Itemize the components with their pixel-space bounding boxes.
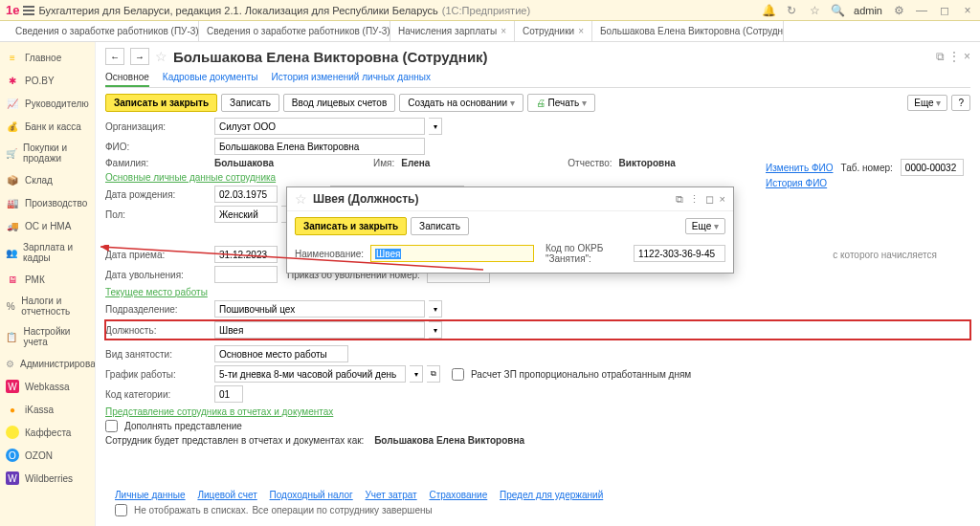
tab-close-icon[interactable]: × — [501, 26, 506, 36]
page-close-icon[interactable]: × — [964, 50, 970, 63]
sidebar-item[interactable]: 📈Руководителю — [0, 92, 95, 115]
open-window-icon[interactable]: ⧉ — [936, 50, 945, 63]
sidebar-item[interactable]: ≡Главное — [0, 46, 95, 69]
sidebar-item[interactable]: ⚙Администрирование — [0, 352, 95, 375]
popup-save-button[interactable]: Записать — [411, 217, 469, 235]
popup-close-icon[interactable]: × — [720, 193, 725, 206]
bell-icon[interactable]: 🔔 — [762, 4, 775, 17]
app-title: Бухгалтерия для Беларуси, редакция 2.1. … — [38, 5, 437, 16]
category-input[interactable] — [214, 385, 243, 403]
supplement-checkbox[interactable] — [105, 420, 118, 432]
position-input[interactable] — [214, 321, 425, 339]
tab[interactable]: Сведения о заработке работников (ПУ-3) (… — [199, 21, 390, 41]
bottom-link[interactable]: Лицевой счет — [197, 490, 256, 500]
search-icon[interactable]: 🔍 — [831, 4, 844, 17]
position-select-icon[interactable]: ▾ — [429, 321, 442, 339]
save-button[interactable]: Записать — [221, 94, 279, 112]
bottom-link[interactable]: Подоходный налог — [270, 490, 353, 500]
gender-label: Пол: — [105, 209, 211, 220]
dept-input[interactable] — [214, 300, 425, 318]
user-name[interactable]: admin — [854, 5, 882, 16]
bottom-link[interactable]: Личные данные — [115, 490, 186, 500]
tab-active[interactable]: Большакова Елена Викторовна (Сотрудник)× — [592, 21, 784, 41]
popup-openwin-icon[interactable]: ⧉ — [676, 193, 683, 206]
settings-icon[interactable]: ⚙ — [892, 4, 905, 17]
schedule-input[interactable] — [214, 365, 406, 383]
gender-input[interactable] — [214, 206, 278, 223]
tab-close-icon[interactable]: × — [578, 26, 584, 36]
help-button[interactable]: ? — [951, 95, 970, 111]
print-button[interactable]: 🖨 Печать — [527, 94, 595, 112]
bottom-link[interactable]: Страхование — [429, 490, 487, 500]
change-fio-link[interactable]: Изменить ФИО — [766, 163, 833, 173]
tab[interactable]: Сотрудники× — [515, 21, 592, 41]
sidebar-item[interactable]: 🛒Покупки и продажи — [0, 138, 95, 168]
fire-input[interactable] — [214, 266, 278, 283]
fire-label: Дата увольнения: — [105, 270, 211, 280]
more-button[interactable]: Еще — [907, 95, 947, 111]
lastname-value: Большакова — [214, 158, 274, 168]
subtab-history[interactable]: История изменений личных данных — [272, 69, 431, 87]
sidebar-item[interactable]: 📦Склад — [0, 168, 95, 191]
tabnum-input[interactable] — [901, 159, 964, 176]
menu-icon[interactable] — [23, 6, 34, 15]
maximize-icon[interactable]: ◻ — [938, 4, 951, 17]
firstname-value: Елена — [401, 158, 430, 168]
close-icon[interactable]: × — [961, 4, 974, 17]
employment-input[interactable] — [214, 345, 348, 362]
popup-save-close-button[interactable]: Записать и закрыть — [295, 217, 407, 235]
popup-code-input[interactable] — [634, 245, 725, 262]
popup-name-input[interactable]: Швея — [370, 245, 534, 262]
hire-input[interactable] — [214, 246, 278, 263]
sidebar-item[interactable]: ✱PO.BY — [0, 69, 95, 92]
supplement-label: Дополнять представление — [124, 421, 242, 431]
subtab-hr-docs[interactable]: Кадровые документы — [163, 69, 258, 87]
org-select-icon[interactable]: ▾ — [429, 118, 442, 135]
tab[interactable]: Начисления зарплаты× — [390, 21, 515, 41]
sidebar-item[interactable]: 📋Настройки учета — [0, 321, 95, 352]
subtab-main[interactable]: Основное — [105, 69, 149, 87]
minimize-icon[interactable]: — — [915, 4, 928, 17]
sidebar-item[interactable]: OOZON — [0, 444, 95, 467]
sidebar-item[interactable]: %Налоги и отчетность — [0, 291, 95, 321]
sidebar-item[interactable]: ●iKassa — [0, 398, 95, 421]
star-icon[interactable]: ☆ — [808, 4, 821, 17]
bottom-link[interactable]: Предел для удержаний — [500, 490, 603, 500]
sidebar-item[interactable]: 🚚ОС и НМА — [0, 214, 95, 237]
popup-max-icon[interactable]: ◻ — [705, 193, 714, 206]
birthdate-input[interactable] — [214, 186, 278, 203]
history-fio-link[interactable]: История ФИО — [766, 178, 827, 188]
section-repr[interactable]: Представление сотрудника в отчетах и док… — [105, 406, 970, 417]
nav-back-button[interactable]: ← — [105, 48, 124, 65]
position-label: Должность: — [105, 325, 211, 336]
calc-prop-checkbox[interactable] — [452, 368, 464, 381]
org-input[interactable] — [214, 118, 425, 135]
dept-select-icon[interactable]: ▾ — [429, 300, 442, 318]
popup-more-button[interactable]: Еще — [685, 218, 725, 234]
fio-input[interactable] — [214, 138, 425, 155]
sidebar: ≡Главное ✱PO.BY 📈Руководителю 💰Банк и ка… — [0, 42, 96, 526]
section-workplace[interactable]: Текущее место работы — [105, 287, 970, 297]
favorite-icon[interactable]: ☆ — [155, 49, 167, 64]
create-based-button[interactable]: Создать на основании — [399, 94, 523, 112]
tab[interactable]: Сведения о заработке работников (ПУ-3)× — [8, 21, 199, 41]
hide-checkbox[interactable] — [115, 504, 127, 516]
schedule-select-icon[interactable]: ▾ — [410, 365, 423, 383]
schedule-open-icon[interactable]: ⧉ — [427, 365, 440, 383]
sidebar-item[interactable]: WWildberries — [0, 467, 95, 490]
bottom-link[interactable]: Учет затрат — [366, 490, 417, 500]
sidebar-item[interactable]: 👥Зарплата и кадры — [0, 237, 95, 268]
popup-menu-icon[interactable]: ⋮ — [689, 193, 700, 206]
sidebar-item[interactable]: 🏭Производство — [0, 191, 95, 214]
sidebar-item[interactable]: 🖥РМК — [0, 268, 95, 291]
history-icon[interactable]: ↻ — [785, 4, 798, 17]
accounts-button[interactable]: Ввод лицевых счетов — [283, 94, 395, 112]
popup-favorite-icon[interactable]: ☆ — [295, 191, 307, 207]
save-close-button[interactable]: Записать и закрыть — [105, 94, 217, 112]
tabs-bar: Сведения о заработке работников (ПУ-3)× … — [0, 21, 980, 42]
sidebar-item[interactable]: Каффеста — [0, 421, 95, 444]
sidebar-item[interactable]: 💰Банк и касса — [0, 115, 95, 138]
sidebar-item[interactable]: WWebkassa — [0, 375, 95, 398]
page-menu-icon[interactable]: ⋮ — [948, 50, 960, 63]
nav-forward-button[interactable]: → — [130, 48, 149, 65]
